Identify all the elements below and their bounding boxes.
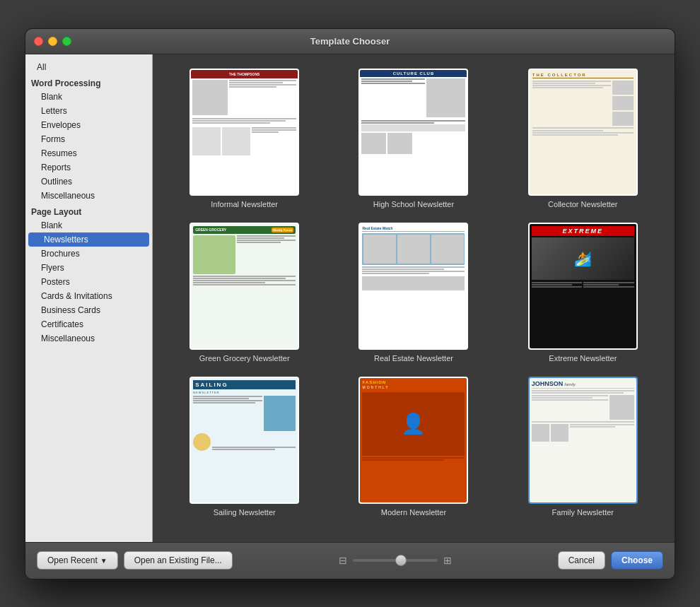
template-thumb-extreme: EXTREME 🏄 [528, 223, 638, 350]
minimize-button[interactable] [48, 37, 57, 46]
template-thumb-collector: THE COLLECTOR [528, 69, 638, 196]
open-existing-button[interactable]: Open an Existing File... [124, 551, 233, 570]
traffic-lights [34, 37, 71, 46]
sidebar-item-newsletters[interactable]: Newsletters [28, 232, 149, 247]
window-title: Template Chooser [310, 36, 390, 47]
template-item-grocery[interactable]: GREEN GROCERY Weekly Forum [167, 223, 322, 363]
template-thumb-grocery: GREEN GROCERY Weekly Forum [189, 223, 299, 350]
sidebar-item-brochures[interactable]: Brochures [25, 247, 152, 261]
main-area: THE THOMPSONS [153, 54, 675, 542]
template-thumb-sailing: SAILING NEWSLETTER [189, 377, 299, 504]
sidebar-item-outlines[interactable]: Outlines [25, 175, 152, 189]
template-item-collector[interactable]: THE COLLECTOR [506, 69, 660, 208]
template-item-informal[interactable]: THE THOMPSONS [167, 69, 322, 208]
content-area: AllWord ProcessingBlankLettersEnvelopesF… [25, 54, 675, 542]
template-thumb-modern: FASHION MONTHLY 👤 [358, 377, 468, 504]
open-recent-button[interactable]: Open Recent ▼ [37, 551, 118, 570]
sidebar-item-cards-invitations[interactable]: Cards & Invitations [25, 289, 152, 303]
close-button[interactable] [34, 37, 43, 46]
template-thumb-family: JOHNSON family [528, 377, 638, 504]
sidebar-category-word-processing: Word Processing [25, 74, 152, 90]
template-item-sailing[interactable]: SAILING NEWSLETTER [167, 377, 322, 517]
template-label-modern: Modern Newsletter [381, 508, 446, 517]
template-chooser-window: Template Chooser AllWord ProcessingBlank… [25, 28, 675, 579]
template-item-highschool[interactable]: CULTURE CLUB [336, 69, 491, 208]
template-label-extreme: Extreme Newsletter [549, 354, 617, 363]
slider-thumb[interactable] [395, 555, 407, 566]
choose-button[interactable]: Choose [611, 551, 663, 570]
zoom-slider-container: ⊟ ⊞ [238, 555, 552, 566]
template-label-family: Family Newsletter [552, 508, 614, 517]
template-label-highschool: High School Newsletter [373, 200, 454, 208]
sidebar-item-misc-wp[interactable]: Miscellaneous [25, 189, 152, 203]
template-item-modern[interactable]: FASHION MONTHLY 👤 Modern Newsletter [336, 377, 491, 517]
sidebar-item-misc-pl[interactable]: Miscellaneous [25, 331, 152, 346]
template-label-realestate: Real Estate Newsletter [374, 354, 453, 363]
sidebar-item-blank-pl[interactable]: Blank [25, 218, 152, 232]
sidebar-item-all[interactable]: All [25, 60, 152, 74]
template-item-family[interactable]: JOHNSON family [506, 377, 660, 517]
footer: Open Recent ▼ Open an Existing File... ⊟… [25, 542, 675, 579]
titlebar: Template Chooser [25, 29, 675, 54]
sidebar-item-blank-wp[interactable]: Blank [25, 90, 152, 104]
templates-grid: THE THOMPSONS [167, 69, 660, 517]
sidebar-item-flyers[interactable]: Flyers [25, 261, 152, 275]
sidebar-item-letters[interactable]: Letters [25, 104, 152, 118]
sidebar-item-forms[interactable]: Forms [25, 132, 152, 146]
sidebar: AllWord ProcessingBlankLettersEnvelopesF… [25, 54, 153, 542]
zoom-out-icon: ⊟ [339, 555, 347, 566]
sidebar-item-certificates[interactable]: Certificates [25, 317, 152, 331]
template-label-grocery: Green Grocery Newsletter [199, 354, 290, 363]
template-thumb-realestate: Real Estate Watch [358, 223, 468, 350]
chevron-down-icon: ▼ [100, 557, 107, 565]
sidebar-item-business-cards[interactable]: Business Cards [25, 303, 152, 317]
cancel-button[interactable]: Cancel [558, 551, 605, 570]
template-label-collector: Collector Newsletter [548, 200, 617, 208]
sidebar-category-page-layout: Page Layout [25, 203, 152, 218]
sidebar-item-reports[interactable]: Reports [25, 160, 152, 175]
sidebar-item-envelopes[interactable]: Envelopes [25, 118, 152, 132]
template-label-informal: Informal Newsletter [211, 200, 278, 208]
sidebar-item-resumes[interactable]: Resumes [25, 146, 152, 160]
template-thumb-highschool: CULTURE CLUB [358, 69, 468, 196]
template-item-realestate[interactable]: Real Estate Watch Real Estate Newsletter [336, 223, 491, 363]
template-label-sailing: Sailing Newsletter [214, 508, 276, 517]
template-thumb-informal: THE THOMPSONS [189, 69, 299, 196]
sidebar-item-posters[interactable]: Posters [25, 275, 152, 289]
zoom-in-icon: ⊞ [443, 555, 452, 566]
template-item-extreme[interactable]: EXTREME 🏄 [506, 223, 660, 363]
zoom-slider[interactable] [353, 559, 438, 562]
maximize-button[interactable] [62, 37, 71, 46]
